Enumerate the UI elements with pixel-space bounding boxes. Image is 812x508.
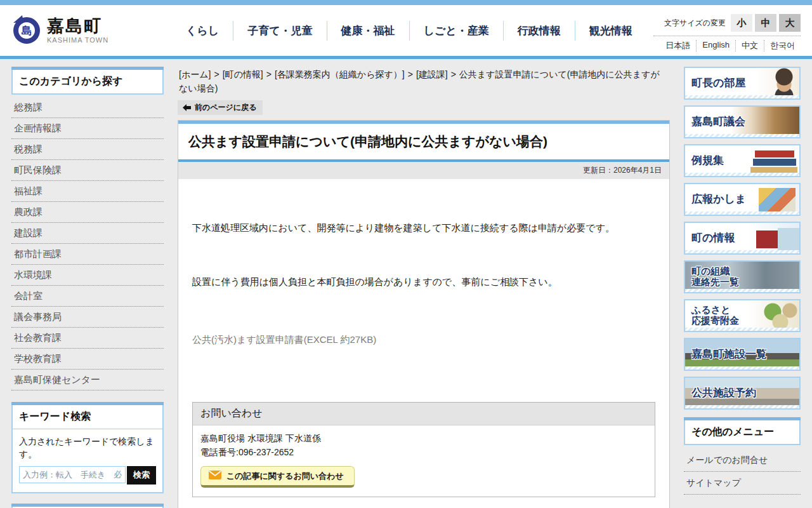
- keyword-search-description: 入力されたキーワードで検索します。: [19, 435, 156, 461]
- category-box-title: このカテゴリから探す: [11, 70, 164, 95]
- banner-label: 町の情報: [691, 232, 735, 244]
- breadcrumb-separator: >: [448, 69, 459, 79]
- svg-text:島: 島: [22, 24, 32, 37]
- site-header: 島 嘉島町 KASHIMA TOWN くらし 子育て・児童 健康・福祉 しごと・…: [0, 5, 812, 56]
- article-paragraph: 下水道処理区域内において、開発等により建物を建築して下水道に接続する際は申請が必…: [192, 222, 655, 234]
- search-button[interactable]: 検索: [127, 466, 156, 485]
- updated-date: 更新日：2026年4月1日: [178, 162, 669, 179]
- banner-town-council[interactable]: 嘉島町議会: [684, 105, 801, 138]
- contact-office: 嘉島町役場 水環境課 下水道係: [200, 432, 647, 446]
- keyword-search-title: キーワード検索: [13, 405, 162, 429]
- nav-kanko[interactable]: 観光情報: [575, 21, 646, 41]
- top-accent-bar: [0, 0, 812, 5]
- sidebar-item-mizukankyo[interactable]: 水環境課: [11, 265, 164, 285]
- list-item: 学校教育課: [11, 349, 164, 370]
- banner-hometown-donation[interactable]: ふるさと 応援寄附金: [684, 299, 801, 332]
- keyword-search-box: キーワード検索 入力されたキーワードで検索します。 検索: [11, 405, 164, 493]
- site-logo[interactable]: 島 嘉島町 KASHIMA TOWN: [11, 14, 160, 47]
- sidebar-item-soumu[interactable]: 総務課: [11, 97, 164, 117]
- list-item: 税務課: [11, 139, 164, 160]
- list-item: 企画情報課: [11, 118, 164, 139]
- breadcrumb-town-info[interactable]: [町の情報]: [223, 69, 263, 79]
- banner-organization-contacts[interactable]: 町の組織 連絡先一覧: [684, 260, 801, 293]
- banner-town-information[interactable]: 町の情報: [684, 222, 801, 255]
- sidebar-item-mail-contact[interactable]: メールでのお問合せ: [684, 449, 801, 471]
- nav-shigoto[interactable]: しごと・産業: [409, 21, 503, 41]
- banner-regulations[interactable]: 例規集: [684, 144, 801, 177]
- breadcrumb-kensetsu[interactable]: [建設課]: [416, 69, 448, 79]
- article-paragraph: 設置に伴う費用は個人負担と本町負担の場合がありますので、事前にご相談下さい。: [192, 276, 655, 288]
- sidebar-item-chomin-hoken[interactable]: 町民保険課: [11, 160, 164, 180]
- contact-title: お問い合わせ: [193, 403, 655, 425]
- sidebar-item-toshikeikaku[interactable]: 都市計画課: [11, 244, 164, 264]
- font-size-large-button[interactable]: 大: [779, 14, 801, 32]
- breadcrumb-separator: >: [211, 69, 222, 79]
- sidebar-item-hoken-center[interactable]: 嘉島町保健センター: [11, 370, 164, 390]
- banner-facility-reservation[interactable]: 公共施設予約: [684, 377, 801, 410]
- lang-english[interactable]: English: [696, 40, 735, 51]
- attachment-link[interactable]: 公共(汚水)ます設置申請書(EXCEL 約27KB): [192, 334, 376, 346]
- search-input[interactable]: [19, 466, 126, 483]
- contact-phone: 電話番号:096-237-2652: [200, 446, 647, 460]
- breadcrumb-departments[interactable]: [各課業務案内（組織から探す）]: [275, 69, 405, 79]
- other-menu-title: その他のメニュー: [684, 420, 801, 445]
- lang-chinese[interactable]: 中文: [735, 40, 764, 51]
- banner-label: 町の組織 連絡先一覧: [691, 266, 739, 288]
- font-size-small-button[interactable]: 小: [731, 14, 752, 32]
- back-button-label: 前のページに戻る: [195, 102, 256, 113]
- list-item: 社会教育課: [11, 328, 164, 349]
- left-sidebar: このカテゴリから探す 総務課 企画情報課 税務課 町民保険課 福祉課 農政課 建…: [11, 67, 164, 508]
- sidebar-item-gakkokyoiku[interactable]: 学校教育課: [11, 349, 164, 369]
- mail-icon: [209, 471, 221, 481]
- page-title: 公共ます設置申請について(申請地内に公共ますがない場合): [178, 124, 669, 159]
- site-subtitle: KASHIMA TOWN: [47, 36, 108, 44]
- sidebar-item-nousei[interactable]: 農政課: [11, 202, 164, 222]
- breadcrumb: [ホーム]>[町の情報]>[各課業務案内（組織から探す）]>[建設課]>公共ます…: [178, 67, 670, 95]
- list-item: 議会事務局: [11, 307, 164, 328]
- contact-box: お問い合わせ 嘉島町役場 水環境課 下水道係 電話番号:096-237-2652…: [192, 402, 655, 497]
- list-item: 農政課: [11, 202, 164, 223]
- header-utilities: 文字サイズの変更 小 中 大 日本語 English 中文 한국어: [653, 14, 801, 51]
- nav-kenko[interactable]: 健康・福祉: [327, 21, 409, 41]
- breadcrumb-home[interactable]: [ホーム]: [179, 69, 211, 79]
- banner-label: 嘉島町議会: [691, 116, 745, 128]
- font-size-medium-button[interactable]: 中: [755, 14, 776, 32]
- back-to-previous-button[interactable]: 前のページに戻る: [178, 100, 263, 115]
- sidebar-item-kaikei[interactable]: 会計室: [11, 286, 164, 306]
- list-item: 福祉課: [11, 181, 164, 202]
- sidebar-item-kensetsu[interactable]: 建設課: [11, 223, 164, 243]
- list-item: 水環境課: [11, 265, 164, 286]
- list-item: 町民保険課: [11, 160, 164, 181]
- breadcrumb-separator: >: [263, 69, 275, 79]
- list-item: 会計室: [11, 286, 164, 307]
- sidebar-item-shakaikyoiku[interactable]: 社会教育課: [11, 328, 164, 348]
- sidebar-item-fukushi[interactable]: 福祉課: [11, 181, 164, 201]
- list-item: サイトマップ: [684, 472, 801, 495]
- right-sidebar: 町長の部屋 嘉島町議会 例規集 広報かしま 町の情報 町の組織 連絡先一覧 ふる…: [684, 67, 801, 508]
- sidebar-item-sitemap[interactable]: サイトマップ: [684, 472, 801, 494]
- sidebar-item-zeimu[interactable]: 税務課: [11, 139, 164, 159]
- nav-gyosei[interactable]: 行政情報: [503, 21, 575, 41]
- back-arrow-icon: [183, 104, 191, 111]
- language-switcher: 日本語 English 中文 한국어: [653, 36, 801, 51]
- list-item: 建設課: [11, 223, 164, 244]
- list-item: 都市計画課: [11, 244, 164, 265]
- nav-kosodate[interactable]: 子育て・児童: [233, 21, 326, 41]
- banner-mayors-room[interactable]: 町長の部屋: [684, 67, 801, 100]
- banner-label: 公共施設予約: [691, 387, 756, 399]
- banner-label: 町長の部屋: [691, 77, 745, 89]
- contact-mail-button[interactable]: この記事に関するお問い合わせ: [200, 466, 355, 488]
- list-item: 嘉島町保健センター: [11, 370, 164, 391]
- sidebar-item-kikaku[interactable]: 企画情報課: [11, 118, 164, 138]
- nav-kurashi[interactable]: くらし: [172, 21, 233, 41]
- font-size-label: 文字サイズの変更: [664, 18, 726, 29]
- other-menu-list: メールでのお問合せ サイトマップ: [684, 449, 801, 495]
- list-item: 総務課: [11, 97, 164, 118]
- banner-label: 広報かしま: [691, 193, 746, 205]
- banner-facility-list[interactable]: 嘉島町施設一覧: [684, 338, 801, 371]
- lang-korean[interactable]: 한국어: [764, 40, 801, 51]
- sidebar-item-gikai[interactable]: 議会事務局: [11, 307, 164, 327]
- banner-label: 例規集: [691, 154, 724, 166]
- banner-public-relations[interactable]: 広報かしま: [684, 183, 801, 216]
- lang-japanese[interactable]: 日本語: [660, 40, 696, 51]
